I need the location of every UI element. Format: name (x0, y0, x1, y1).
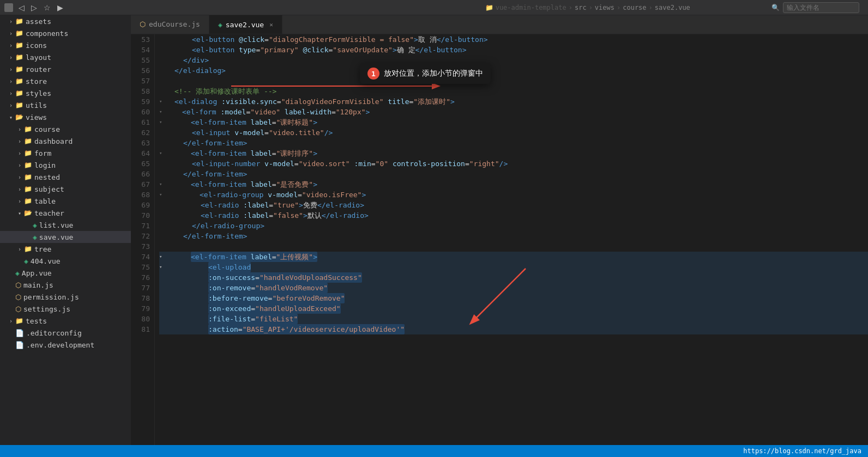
folder-icon: 📁 (15, 41, 23, 49)
arrow-icon: › (7, 318, 15, 324)
tab-save2-vue[interactable]: ◈ save2.vue ✕ (209, 15, 282, 34)
fold-indicator-60[interactable]: ▾ (159, 107, 167, 117)
sidebar-item-tree[interactable]: › 📁 tree (0, 243, 131, 255)
code-line-80: :file-list="fileList" (159, 314, 868, 324)
code-line-70: <el-radio :label="false">默认</el-radio> (159, 210, 868, 221)
sidebar-item-form[interactable]: › 📁 form (0, 147, 131, 159)
sidebar-item-main-js[interactable]: › ⬡ main.js (0, 279, 131, 291)
nav-star-button[interactable]: ☆ (41, 2, 53, 13)
sidebar-item-404[interactable]: › ◈ 404.vue (0, 255, 131, 267)
sidebar-item-teacher[interactable]: ▾ 📂 teacher (0, 207, 131, 219)
folder-icon: 📁 (24, 173, 32, 181)
sidebar-item-label: main.js (23, 281, 53, 289)
folder-icon: 📁 (15, 65, 23, 73)
code-line-74: ▾ <el-form-item label="上传视频"> (159, 252, 868, 262)
sidebar-item-dashboard[interactable]: › 📁 dashboard (0, 135, 131, 147)
sidebar-item-save-vue[interactable]: › ◈ save.vue (0, 231, 131, 243)
sidebar-item-label: login (34, 161, 56, 169)
sidebar-item-permission-js[interactable]: › ⬡ permission.js (0, 291, 131, 303)
sidebar-item-router[interactable]: › 📁 router (0, 63, 131, 75)
status-bar: https://blog.csdn.net/grd_java (0, 445, 868, 457)
fold-indicator-74[interactable]: ▾ (159, 252, 167, 262)
breadcrumb-folder: 📁 (485, 4, 493, 11)
sidebar-item-label: router (26, 65, 51, 74)
arrow-icon: › (15, 246, 24, 252)
code-line-56: </el-dialog> (159, 65, 868, 76)
sidebar-item-assets[interactable]: › 📁 assets (0, 15, 131, 27)
folder-icon: 📁 (24, 125, 32, 133)
sidebar-item-views[interactable]: ▾ 📂 views (0, 111, 131, 123)
file-icon-generic: 📄 (15, 329, 24, 337)
code-line-67: ▾ <el-form-item label="是否免费"> (159, 179, 868, 190)
search-icon: 🔍 (771, 4, 780, 11)
sidebar-item-table[interactable]: › 📁 table (0, 195, 131, 207)
arrow-icon: › (15, 162, 24, 168)
sidebar-item-tests[interactable]: › 📁 tests (0, 315, 131, 327)
fold-indicator-68[interactable]: ▾ (159, 190, 167, 200)
sidebar-item-list-vue[interactable]: › ◈ list.vue (0, 219, 131, 231)
code-editor[interactable]: 53 54 55 56 57 58 59 60 61 62 63 64 65 6… (131, 34, 868, 445)
sidebar-item-login[interactable]: › 📁 login (0, 159, 131, 171)
sidebar-item-settings-js[interactable]: › ⬡ settings.js (0, 303, 131, 315)
sidebar-item-label: settings.js (23, 305, 70, 313)
file-icon-vue: ◈ (15, 269, 20, 277)
code-content: <el-button @click="dialogChapterFormVisi… (155, 34, 868, 445)
file-icon-generic: 📄 (15, 341, 24, 349)
folder-icon: 📁 (15, 89, 23, 97)
sidebar-item-label: teacher (34, 209, 64, 217)
code-line-68: ▾ <el-radio-group v-model="video.isFree"… (159, 190, 868, 200)
code-line-62: <el-input v-model="video.title"/> (159, 127, 868, 138)
app-icon (4, 3, 13, 12)
file-icon-js: ⬡ (15, 305, 21, 313)
file-search-input[interactable] (783, 2, 859, 13)
folder-icon: 📁 (24, 245, 32, 253)
file-icon-js: ⬡ (15, 293, 21, 301)
nav-controls[interactable]: ◁ ▷ ☆ ▶ (16, 2, 65, 13)
code-line-53: <el-button @click="dialogChapterFormVisi… (159, 34, 868, 45)
sidebar-item-course[interactable]: › 📁 course (0, 123, 131, 135)
line-numbers: 53 54 55 56 57 58 59 60 61 62 63 64 65 6… (131, 34, 155, 445)
sidebar-item-label: dashboard (34, 137, 73, 145)
tooltip-bubble: 1 放对位置，添加小节的弹窗中 (360, 63, 491, 84)
sidebar-item-editorconfig[interactable]: › 📄 .editorconfig (0, 327, 131, 339)
sidebar-item-app-vue[interactable]: › ◈ App.vue (0, 267, 131, 279)
sidebar-item-components[interactable]: › 📁 components (0, 27, 131, 39)
folder-icon: 📁 (15, 17, 23, 25)
fold-indicator-67[interactable]: ▾ (159, 179, 167, 190)
file-icon-vue: ◈ (33, 233, 37, 241)
tabs-bar: ⬡ eduCourse.js ◈ save2.vue ✕ (131, 15, 868, 34)
code-line-78: :before-remove="beforeVodRemove" (159, 293, 868, 303)
sidebar-item-layout[interactable]: › 📁 layout (0, 51, 131, 63)
code-line-66: </el-form-item> (159, 169, 868, 179)
sidebar-item-label: .editorconfig (26, 329, 82, 337)
sidebar-item-nested[interactable]: › 📁 nested (0, 171, 131, 183)
folder-icon: 📁 (24, 197, 32, 205)
tab-educourse-js[interactable]: ⬡ eduCourse.js (131, 15, 209, 34)
code-line-55: </div> (159, 55, 868, 65)
arrow-icon: ▾ (15, 210, 24, 216)
sidebar-item-store[interactable]: › 📁 store (0, 75, 131, 87)
breadcrumb: 📁 vue-admin-template › src › views › cou… (412, 1, 764, 14)
close-icon[interactable]: ✕ (269, 21, 273, 28)
sidebar-item-styles[interactable]: › 📁 styles (0, 87, 131, 99)
sidebar-item-subject[interactable]: › 📁 subject (0, 183, 131, 195)
arrow-icon: › (7, 19, 15, 25)
sidebar-item-env-dev[interactable]: › 📄 .env.development (0, 339, 131, 351)
arrow-icon: › (7, 90, 15, 96)
nav-play-button[interactable]: ▶ (55, 2, 65, 13)
fold-indicator-59[interactable]: ▾ (159, 96, 167, 107)
fold-indicator-61[interactable]: ▾ (159, 117, 167, 127)
file-icon-vue: ◈ (24, 257, 28, 265)
fold-indicator-75[interactable]: ▾ (159, 262, 167, 272)
folder-icon: 📁 (15, 101, 23, 109)
sidebar-item-utils[interactable]: › 📁 utils (0, 99, 131, 111)
arrow-icon: › (15, 138, 24, 144)
folder-icon: 📁 (24, 149, 32, 157)
tab-label: eduCourse.js (149, 20, 200, 28)
fold-indicator-64[interactable]: ▾ (159, 148, 167, 159)
sidebar-item-icons[interactable]: › 📁 icons (0, 39, 131, 51)
nav-back-button[interactable]: ◁ (16, 2, 27, 13)
search-area: 🔍 (767, 2, 864, 13)
sidebar-item-label: list.vue (39, 221, 74, 229)
nav-forward-button[interactable]: ▷ (29, 2, 39, 13)
